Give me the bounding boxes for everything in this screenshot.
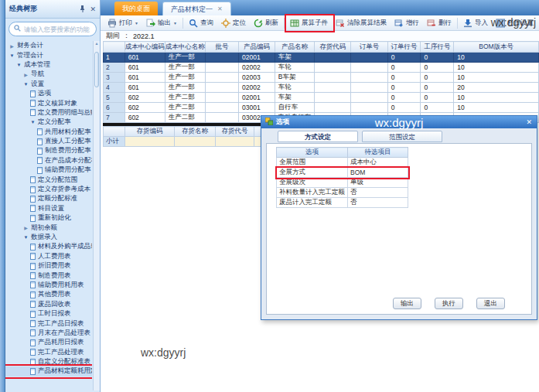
chevron-down-icon[interactable]: ▼ <box>30 120 36 124</box>
column-header[interactable]: 订单号 <box>351 42 388 53</box>
sidebar-item[interactable]: 自定义分配标准表 <box>5 357 92 366</box>
chevron-right-icon[interactable]: ▶ <box>23 72 29 77</box>
table-cell[interactable]: 02001 <box>239 53 275 63</box>
table-cell[interactable]: 0 <box>387 93 421 103</box>
table-cell[interactable]: B车架 <box>275 73 315 83</box>
column-header[interactable]: 产品编码 <box>239 42 275 53</box>
table-cell[interactable]: 生产一部 <box>165 53 205 63</box>
table-row[interactable]: 6602生产二部03001自行车0010 <box>104 103 539 113</box>
table-cell[interactable] <box>205 93 238 103</box>
table-cell[interactable]: 601 <box>125 83 165 93</box>
column-header[interactable]: 订单行号 <box>387 42 421 53</box>
table-cell[interactable]: 车轮 <box>275 63 315 73</box>
table-cell[interactable]: 0 <box>421 73 454 83</box>
toolbar-button-import[interactable]: 导入 <box>459 16 492 30</box>
table-cell[interactable]: 02001 <box>239 93 275 103</box>
dialog-close-icon[interactable]: ✕ <box>526 118 532 126</box>
option-value-cell[interactable]: 单级 <box>348 178 408 188</box>
chevron-right-icon[interactable]: ▶ <box>9 43 15 49</box>
chevron-down-icon[interactable]: ▼ <box>23 82 29 87</box>
column-header[interactable]: 成本中心名称 <box>165 42 205 53</box>
dialog-tab-range[interactable]: 范围设定 <box>362 131 442 142</box>
table-cell[interactable]: 0 <box>421 103 454 113</box>
sidebar-item[interactable]: 折旧费用表 <box>5 261 92 271</box>
table-cell[interactable]: 02002 <box>239 63 275 73</box>
column-header[interactable]: 存货代码 <box>315 42 351 53</box>
search-input[interactable] <box>24 26 91 33</box>
chevron-down-icon[interactable]: ▼ <box>9 53 15 58</box>
table-cell[interactable] <box>175 137 216 147</box>
table-cell[interactable] <box>351 73 388 83</box>
table-cell[interactable]: 602 <box>125 113 165 123</box>
option-value-cell[interactable]: 成本中心 <box>348 158 408 168</box>
table-row[interactable]: 4601生产一部02002车轮0020 <box>104 83 539 93</box>
table-cell[interactable] <box>205 73 238 83</box>
table-cell[interactable] <box>205 83 238 93</box>
table-cell[interactable] <box>216 137 254 147</box>
table-cell[interactable]: 生产一部 <box>165 83 205 93</box>
column-header[interactable]: 成本中心编码 <box>125 42 165 53</box>
sidebar-item[interactable]: 辅助费用耗用表 <box>5 281 92 290</box>
table-cell[interactable]: 10 <box>454 93 539 103</box>
sidebar-item[interactable]: 选项 <box>5 89 92 98</box>
table-cell[interactable] <box>315 93 351 103</box>
sidebar-item[interactable]: ▶导航 <box>5 70 92 79</box>
table-cell[interactable] <box>205 53 238 63</box>
table-cell[interactable]: 10 <box>454 73 539 83</box>
column-header[interactable]: 存货编码 <box>125 127 175 137</box>
table-cell[interactable]: 生产二部 <box>165 93 205 103</box>
sidebar-item[interactable]: 定义核算对象 <box>5 98 92 107</box>
table-cell[interactable]: 0 <box>387 83 421 93</box>
option-value-cell[interactable]: BOM <box>348 168 408 178</box>
column-header[interactable]: 工序行号 <box>421 42 454 53</box>
sidebar-item[interactable]: 人工费用表 <box>5 252 92 261</box>
sidebar-item[interactable]: 定义费用明细与总账接口 <box>5 108 92 118</box>
sidebar-item[interactable]: 重新初始化 <box>5 213 92 223</box>
toolbar-button-locate[interactable]: 定位 <box>217 16 250 30</box>
sidebar-item[interactable]: ▶期初余额 <box>5 223 92 232</box>
toolbar-button-add-row[interactable]: 增行 <box>391 16 423 30</box>
table-cell[interactable] <box>351 93 388 103</box>
table-cell[interactable]: 10 <box>454 103 539 113</box>
toolbar-button-delete-row[interactable]: 删行 <box>423 16 455 30</box>
sidebar-item[interactable]: ▼数据录入 <box>5 233 92 242</box>
table-cell[interactable] <box>351 103 388 113</box>
table-cell[interactable]: 0 <box>387 53 421 63</box>
table-row[interactable]: 5602生产二部02001车架0010 <box>104 93 539 103</box>
table-cell[interactable]: 0 <box>421 53 454 63</box>
table-cell[interactable]: 602 <box>125 93 165 103</box>
table-cell[interactable] <box>315 103 351 113</box>
toolbar-button-print[interactable]: 打印▼ <box>104 16 142 30</box>
options-row[interactable]: 补料数量计入完工定额否 <box>277 188 408 198</box>
table-cell[interactable] <box>315 83 351 93</box>
sidebar-item[interactable]: 其他费用表 <box>5 290 92 299</box>
table-cell[interactable] <box>315 73 351 83</box>
table-cell[interactable] <box>351 53 388 63</box>
sidebar-item[interactable]: 共用材料分配率 <box>5 128 92 137</box>
sidebar-item[interactable]: 材料及外购半成品耗用 <box>5 242 92 251</box>
toolbar-button-search[interactable]: 查询 <box>185 16 217 30</box>
table-cell[interactable] <box>205 63 238 73</box>
table-cell[interactable]: 生产二部 <box>165 113 205 123</box>
table-cell[interactable] <box>351 63 388 73</box>
table-cell[interactable] <box>205 103 238 113</box>
toolbar-button-expand-calc[interactable]: 展算子件 <box>286 16 332 30</box>
table-cell[interactable]: 10 <box>454 53 539 63</box>
options-row[interactable]: 全展范围成本中心 <box>277 158 408 168</box>
table-cell[interactable]: 车架 <box>275 93 315 103</box>
table-cell[interactable]: 生产二部 <box>165 103 205 113</box>
sidebar-item[interactable]: ▶财务会计 <box>5 41 92 50</box>
table-cell[interactable]: 0 <box>421 63 454 73</box>
column-header[interactable]: 存货代号 <box>216 127 254 137</box>
sidebar-item[interactable]: 完工产品处理表 <box>5 348 92 357</box>
table-cell[interactable] <box>205 113 238 123</box>
option-value-cell[interactable]: 否 <box>348 188 408 198</box>
pin-icon[interactable] <box>80 5 86 12</box>
chevron-down-icon[interactable]: ▼ <box>23 235 29 240</box>
table-cell[interactable]: 0 <box>421 83 454 93</box>
sidebar-item[interactable]: 工时日报表 <box>5 309 92 319</box>
execute-button[interactable]: 执行 <box>435 298 463 309</box>
table-cell[interactable]: 20 <box>454 83 539 93</box>
sidebar-item[interactable]: 定义分配范围 <box>5 175 92 184</box>
tab-document[interactable]: 产品材料定一✕ <box>162 2 231 15</box>
